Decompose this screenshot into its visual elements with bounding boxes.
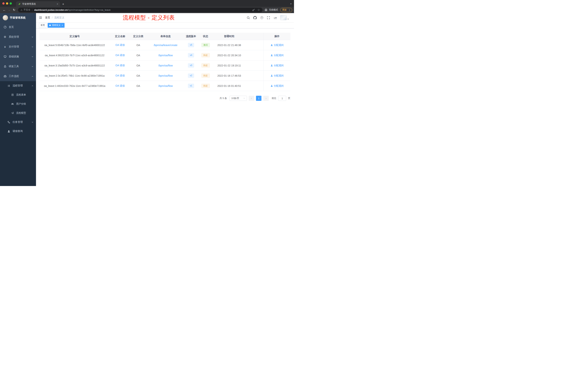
assign-rule-link[interactable]: 分配规则 (271, 84, 284, 88)
browser-tab[interactable]: 芋道管理系统 × (16, 1, 60, 7)
avatar (280, 15, 287, 20)
assign-rule-link[interactable]: 分配规则 (271, 44, 284, 47)
workflow-submenu: 流程管理 流程表单 用户分组 (0, 81, 36, 136)
address-bar[interactable]: ⚠ 不安全 dashboard.yudao.iocoder.cn/bpm/man… (18, 8, 262, 12)
sidebar-item-user-group[interactable]: 用户分组 (0, 99, 36, 109)
deploy-time: 2022-01-16 01:40:51 (214, 85, 244, 87)
tag-close-icon[interactable]: × (62, 24, 63, 26)
incognito-label: 无痕模式 (269, 8, 278, 11)
tag-process-definition[interactable]: 流程定义 × (48, 23, 64, 28)
hamburger-icon[interactable] (36, 13, 45, 22)
sidebar-item-dev-tools[interactable]: 研发工具 (0, 62, 36, 71)
goto-page-input[interactable] (278, 96, 286, 101)
password-key-icon[interactable] (252, 9, 255, 11)
form-info-link[interactable]: /bpm/oa/flow (158, 85, 173, 87)
bookmark-star-icon[interactable]: ☆ (257, 9, 260, 11)
prev-page-button[interactable]: ‹ (249, 96, 254, 101)
sidebar-item-process-form[interactable]: 流程表单 (0, 90, 36, 99)
form-info-link[interactable]: /bpm/oa/leave/create (154, 44, 178, 47)
definition-id: oa_leave:1:482ec033-762a-11ec-8477-a2380… (40, 85, 110, 87)
fullscreen-icon[interactable] (267, 16, 270, 20)
sidebar-item-home[interactable]: 首页 (0, 22, 36, 32)
chevron-down-icon (32, 121, 33, 123)
window-minimize-button[interactable] (6, 2, 8, 5)
new-tab-button[interactable]: + (62, 2, 64, 6)
definition-name-link[interactable]: OA 请假 (116, 44, 125, 47)
page-size-select[interactable]: 10条/页 (230, 96, 247, 101)
chevron-up-icon (32, 85, 33, 87)
breadcrumb-home[interactable]: 首页 (45, 16, 50, 19)
window-close-button[interactable] (2, 2, 5, 5)
sidebar-item-label: 首页 (9, 25, 14, 29)
security-status[interactable]: ⚠ 不安全 (21, 8, 30, 11)
definition-name-link[interactable]: OA 请假 (116, 64, 125, 67)
next-page-button[interactable]: › (263, 96, 269, 101)
definition-id: oa_leave:3:1fad3d93-7b75-11ec-a3c8-acde4… (40, 64, 110, 67)
sidebar-item-system-mgmt[interactable]: ⚙ 系统管理 (0, 32, 36, 42)
user-avatar-menu[interactable]: ▾ (280, 15, 289, 20)
status-tag: 激活 (201, 43, 210, 47)
tag-home[interactable]: 首页 (39, 23, 47, 28)
sidebar-item-label: 研发工具 (9, 65, 19, 68)
page-1-button[interactable]: 1 (256, 96, 262, 101)
sidebar-item-workflow[interactable]: 工作流程 (0, 71, 36, 81)
column-header: 定义编号 (40, 35, 110, 38)
assign-rule-label: 分配规则 (274, 64, 284, 67)
table-row: oa_leave:5:004b710b-7b8a-11ec-8ef0-acde4… (40, 40, 290, 50)
tab-close-icon[interactable]: × (57, 3, 58, 5)
window-controls (0, 0, 14, 7)
person-icon (271, 85, 273, 87)
version-tag: v2 (188, 74, 194, 78)
chevron-down-icon (32, 56, 33, 58)
font-size-icon[interactable]: TT (273, 16, 277, 20)
assign-rule-label: 分配规则 (274, 54, 284, 57)
logo-avatar-image (3, 15, 8, 20)
sidebar-item-leave-query[interactable]: 请假查询 (0, 127, 36, 136)
table-body: oa_leave:5:004b710b-7b8a-11ec-8ef0-acde4… (40, 40, 290, 91)
definition-name-link[interactable]: OA 请假 (116, 54, 125, 57)
form-info-link[interactable]: /bpm/oa/flow (158, 64, 173, 67)
window-zoom-button[interactable] (10, 2, 12, 5)
definition-category: OA (131, 54, 146, 57)
page-size-value: 10条/页 (231, 97, 239, 100)
back-button[interactable]: ← (2, 9, 7, 11)
definition-name-link[interactable]: OA 请假 (116, 74, 125, 77)
reload-button[interactable]: ↻ (12, 9, 17, 11)
tab-title: 芋道管理系统 (22, 2, 55, 6)
forward-button[interactable]: → (7, 9, 12, 11)
sidebar-item-process-model[interactable]: 流程模型 (0, 109, 36, 118)
browser-update-button[interactable]: 更新 ⋮ (280, 8, 292, 12)
app-logo[interactable]: 芋道管理系统 (0, 13, 36, 22)
help-icon[interactable]: ? (260, 16, 264, 20)
definition-id: oa_leave:5:004b710b-7b8a-11ec-8ef0-acde4… (40, 44, 110, 47)
person-icon (7, 130, 10, 133)
form-info-link[interactable]: /bpm/oa/flow (158, 74, 173, 77)
sidebar-item-payment-mgmt[interactable]: ¥ 支付管理 (0, 42, 36, 52)
sidebar-item-label: 任务管理 (12, 120, 23, 124)
sidebar: 芋道管理系统 首页 ⚙ 系统管理 ¥ 支付管理 (0, 13, 36, 186)
form-info-link[interactable]: /bpm/oa/flow (158, 54, 173, 57)
sidebar-item-task-mgmt[interactable]: 任务管理 (0, 118, 36, 127)
sidebar-item-label: 流程管理 (12, 84, 23, 87)
tab-search-icon[interactable]: ▾ (290, 2, 292, 5)
version-tag: v1 (188, 84, 194, 88)
assign-rule-link[interactable]: 分配规则 (271, 74, 284, 77)
incognito-indicator: 无痕模式 (264, 8, 278, 12)
status-tag: 挂起 (201, 74, 210, 78)
assign-rule-link[interactable]: 分配规则 (271, 54, 284, 57)
browser-menu-icon[interactable]: ⋮ (288, 9, 291, 11)
goto-label: 前往 (272, 97, 276, 100)
url-host: dashboard.yudao.iocoder.cn (34, 9, 68, 11)
header-actions: ? TT ▾ (247, 15, 294, 20)
search-icon[interactable] (247, 16, 250, 20)
assign-rule-link[interactable]: 分配规则 (271, 64, 284, 67)
person-icon (271, 75, 273, 77)
sidebar-item-process-mgmt[interactable]: 流程管理 (0, 81, 36, 90)
sidebar-item-infrastructure[interactable]: 基础设施 (0, 52, 36, 62)
github-icon[interactable] (253, 16, 257, 20)
sidebar-item-label: 工作流程 (9, 75, 19, 78)
column-header: 表单信息 (146, 35, 185, 38)
definition-name-link[interactable]: OA 请假 (116, 84, 125, 88)
app-title: 芋道管理系统 (10, 16, 26, 20)
document-icon (11, 93, 14, 97)
